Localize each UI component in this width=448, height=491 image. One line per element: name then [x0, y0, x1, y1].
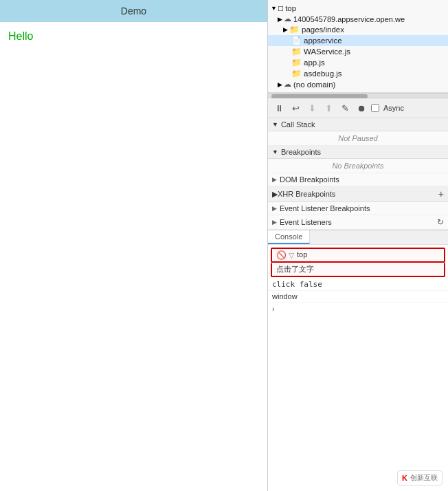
- phone-body: Hello: [0, 22, 267, 491]
- tree-label-nodomain: (no domain): [293, 80, 335, 89]
- hello-text: Hello: [8, 30, 33, 42]
- console-tab-bar: Console: [268, 230, 448, 245]
- file-icon-appservice: 📄: [291, 36, 302, 45]
- tree-item-appservice-domain[interactable]: ▶ ☁ 1400545789.appservice.open.we: [268, 14, 448, 24]
- call-stack-header[interactable]: ▼ Call Stack: [268, 118, 448, 131]
- tree-label-top: top: [285, 4, 296, 12]
- demo-label: Demo: [121, 6, 146, 17]
- tree-label-1: 1400545789.appservice.open.we: [293, 15, 405, 23]
- tree-item-appservice[interactable]: 📄 appservice: [268, 35, 448, 46]
- watermark-icon: K: [402, 474, 407, 482]
- console-tab[interactable]: Console: [268, 230, 310, 244]
- console-tab-label: Console: [275, 232, 302, 241]
- cloud-icon-1: ☁: [284, 14, 291, 23]
- phone-header: Demo: [0, 0, 267, 22]
- event-listeners-refresh[interactable]: ↻: [437, 217, 444, 227]
- folder-icon-pages: 📁: [289, 25, 300, 34]
- call-stack-label: Call Stack: [281, 120, 315, 129]
- xhr-breakpoints-row[interactable]: ▶ XHR Breakpoints +: [268, 186, 448, 202]
- console-entry-window-text: window: [272, 292, 298, 301]
- horizontal-scrollbar[interactable]: [268, 93, 448, 98]
- tree-label-appservice: appservice: [304, 36, 342, 45]
- console-section: Console 🚫 ▽ top 点击了文字 click false w: [268, 230, 448, 491]
- step-over-button[interactable]: ↩: [289, 101, 302, 115]
- event-listener-bp-arrow: ▶: [272, 205, 277, 212]
- step-out-button[interactable]: ⬆: [322, 101, 335, 115]
- xhr-add-button[interactable]: +: [438, 188, 444, 199]
- tree-item-asdebug[interactable]: 📁 asdebug.js: [268, 68, 448, 79]
- watermark-label: 创新互联: [410, 473, 438, 483]
- xhr-breakpoints-left: ▶ XHR Breakpoints: [272, 190, 335, 199]
- tree-item-appjs[interactable]: 📁 app.js: [268, 57, 448, 68]
- tree-label-pages: pages/index: [302, 25, 344, 34]
- console-output: 🚫 ▽ top 点击了文字 click false window ›: [268, 245, 448, 491]
- tree-item-no-domain[interactable]: ▶ ☁ (no domain): [268, 79, 448, 89]
- filter-icon: ▽: [289, 251, 294, 260]
- console-entry-click-false-text: click false: [272, 280, 322, 289]
- event-listeners-arrow: ▶: [272, 219, 277, 226]
- tree-arrow-top: ▼: [271, 5, 277, 12]
- console-entry-window: window: [268, 291, 448, 303]
- no-breakpoints-text: No Breakpoints: [332, 162, 383, 170]
- console-entry-top-text: top: [297, 250, 307, 259]
- tree-arrow-nodomain: ▶: [278, 81, 282, 88]
- async-label: Async: [383, 104, 404, 112]
- console-entry-click-false: click false: [268, 279, 448, 291]
- console-entry-click-text: 点击了文字: [271, 263, 445, 277]
- no-icon: 🚫: [276, 250, 287, 260]
- dom-breakpoints-arrow: ▶: [272, 176, 277, 183]
- xhr-breakpoints-label: XHR Breakpoints: [278, 190, 335, 198]
- devtools-panel: ▼ □ top ▶ ☁ 1400545789.appservice.open.w…: [268, 0, 448, 491]
- event-listener-breakpoints-row[interactable]: ▶ Event Listener Breakpoints: [268, 202, 448, 215]
- tree-arrow-2: ▶: [283, 26, 288, 33]
- xhr-arrow: ▶: [272, 190, 278, 199]
- breakpoints-arrow: ▼: [272, 149, 278, 155]
- folder-icon-appjs: 📁: [291, 58, 302, 67]
- tree-arrow-1: ▶: [278, 16, 282, 23]
- breakpoints-label: Breakpoints: [281, 148, 321, 156]
- folder-icon-waservice: 📁: [291, 47, 302, 56]
- console-entry-click-text-label: 点击了文字: [276, 264, 314, 274]
- call-stack-status: Not Paused: [268, 131, 448, 146]
- call-stack-arrow: ▼: [272, 121, 278, 128]
- expand-arrow[interactable]: ›: [272, 305, 275, 313]
- phone-simulator: Demo Hello: [0, 0, 268, 491]
- deactivate-breakpoints-button[interactable]: ⏺: [355, 101, 368, 115]
- debug-toolbar: ⏸ ↩ ⬇ ⬆ ✎ ⏺ Async: [268, 98, 448, 118]
- tree-item-waservice[interactable]: 📁 WAService.js: [268, 46, 448, 57]
- breakpoints-header[interactable]: ▼ Breakpoints: [268, 146, 448, 159]
- cloud-icon-nodomain: ☁: [284, 80, 291, 89]
- tree-item-top[interactable]: ▼ □ top: [268, 3, 448, 14]
- not-paused-text: Not Paused: [338, 134, 377, 142]
- async-checkbox[interactable]: [371, 104, 379, 112]
- watermark: K 创新互联: [397, 470, 443, 485]
- file-tree: ▼ □ top ▶ ☁ 1400545789.appservice.open.w…: [268, 0, 448, 93]
- pause-button[interactable]: ⏸: [272, 101, 286, 115]
- event-listener-bp-label: Event Listener Breakpoints: [280, 204, 370, 212]
- breakpoints-status: No Breakpoints: [268, 159, 448, 173]
- event-listeners-row[interactable]: ▶ Event Listeners ↻: [268, 215, 448, 230]
- console-chevron-row[interactable]: ›: [268, 303, 448, 315]
- folder-icon-top: □: [278, 3, 283, 13]
- step-into-button[interactable]: ⬇: [305, 101, 319, 115]
- tree-label-waservice: WAService.js: [304, 47, 350, 56]
- scrollbar-thumb[interactable]: [271, 94, 368, 98]
- tree-label-appjs: app.js: [304, 58, 325, 67]
- entry-icons-1: 🚫 ▽: [276, 250, 294, 260]
- tree-label-asdebug: asdebug.js: [304, 69, 342, 78]
- folder-icon-asdebug: 📁: [291, 69, 302, 78]
- dom-breakpoints-label: DOM Breakpoints: [280, 175, 339, 184]
- dom-breakpoints-row[interactable]: ▶ DOM Breakpoints: [268, 173, 448, 186]
- edit-breakpoints-button[interactable]: ✎: [338, 101, 352, 115]
- console-entry-top: 🚫 ▽ top: [271, 248, 445, 263]
- tree-item-pages-index[interactable]: ▶ 📁 pages/index: [268, 24, 448, 35]
- event-listeners-label: Event Listeners: [280, 218, 332, 226]
